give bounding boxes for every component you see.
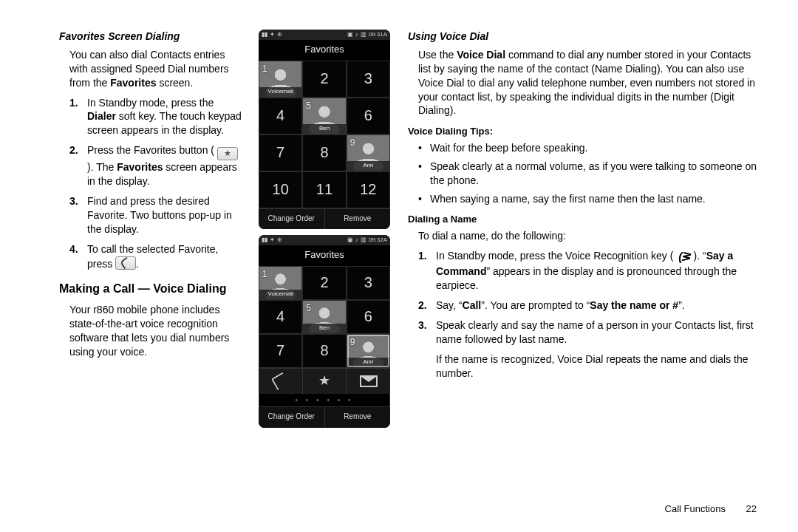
favorite-cell[interactable]: 6 [347, 300, 390, 334]
favorite-cell[interactable]: 2 [302, 266, 346, 300]
dialing-name-intro: To dial a name, do the following: [418, 229, 757, 243]
tip-item: Speak clearly at a normal volume, as if … [408, 160, 757, 188]
favorite-cell[interactable]: 8 [302, 134, 346, 171]
favorite-cell[interactable]: 4 [259, 300, 302, 334]
favorites-grid: 1Voicemail 2 3 4 5Ben 6 7 8 9Ann [259, 266, 390, 368]
step-body: Say, “Call”. You are prompted to “Say th… [436, 299, 757, 313]
favorite-cell[interactable]: 1Voicemail [259, 61, 302, 98]
left-column: Favorites Screen Dialing You can also di… [59, 30, 242, 488]
softkey-bar: Change Order Remove [259, 406, 390, 428]
favorite-cell[interactable]: 6 [347, 98, 390, 134]
step-body: Press the Favorites button ( ★ ). The Fa… [87, 143, 242, 188]
favorite-cell[interactable]: 3 [347, 61, 390, 98]
favorites-intro: You can also dial Contacts entries with … [69, 48, 242, 90]
signal-icon: ▮▮ [262, 31, 267, 39]
dial-name-result: If the name is recognized, Voice Dial re… [436, 352, 757, 381]
favorites-dialing-heading: Favorites Screen Dialing [59, 30, 242, 44]
row-overflow-icon: • • • • • • [259, 394, 390, 407]
step-body: To call the selected Favorite, press . [87, 242, 242, 271]
popup-message-button[interactable] [346, 369, 390, 394]
status-bar: ▮▮✦⊕ ▣♪▥09:31A [259, 30, 390, 40]
mail-icon [360, 375, 378, 387]
using-voice-dial-heading: Using Voice Dial [408, 30, 757, 44]
voice-tips-list: Wait for the beep before speaking. Speak… [408, 141, 757, 206]
battery-icon: ▥ [361, 236, 366, 245]
popup-action-bar: ★ [259, 368, 390, 394]
call-icon [115, 256, 136, 270]
footer-section: Call Functions [665, 503, 726, 514]
favorite-cell[interactable]: 9Ann [347, 134, 390, 171]
voice-tips-heading: Voice Dialing Tips: [408, 125, 757, 138]
softkey-bar: Change Order Remove [259, 208, 390, 230]
step-body: In Standby mode, press the Voice Recogni… [436, 249, 757, 293]
favorite-cell[interactable]: 1Voicemail [259, 266, 302, 300]
battery-icon: ▥ [361, 31, 366, 39]
step-number: 2. [69, 143, 87, 188]
voice-dialing-heading: Making a Call — Voice Dialing [59, 281, 242, 297]
favorites-steps: 1. In Standby mode, press the Dialer sof… [59, 96, 242, 271]
step-body: Find and press the desired Favorite. Two… [87, 194, 242, 236]
step-body: Speak clearly and say the name of a pers… [436, 318, 757, 347]
favorite-cell-selected[interactable]: 9Ann [347, 334, 390, 368]
favorite-cell[interactable]: 10 [259, 171, 302, 208]
dial-name-steps: 1. In Standby mode, press the Voice Reco… [408, 249, 757, 347]
phone-mock-favorites-grid: ▮▮✦⊕ ▣♪▥09:31A Favorites 1Voicemail 2 3 … [259, 30, 390, 229]
favorite-cell[interactable]: 5Ben [302, 300, 346, 334]
star-icon: ★ [217, 147, 238, 160]
step-number: 4. [69, 242, 87, 271]
tip-item: Wait for the beep before speaking. [408, 141, 757, 155]
favorite-cell[interactable]: 7 [259, 134, 302, 171]
screen-title: Favorites [259, 245, 390, 266]
step-number: 3. [418, 318, 436, 347]
status-bar: ▮▮✦⊕ ▣♪▥09:32A [259, 235, 390, 245]
screen-title: Favorites [259, 40, 390, 61]
step-number: 2. [418, 299, 436, 313]
favorites-grid: 1Voicemail 2 3 4 5Ben 6 7 8 9Ann 10 11 1… [259, 61, 390, 208]
step-number: 1. [69, 96, 87, 138]
favorite-cell[interactable]: 4 [259, 98, 302, 134]
favorite-cell[interactable]: 5Ben [302, 98, 346, 134]
page-number: 22 [746, 503, 757, 514]
favorite-cell[interactable]: 11 [302, 171, 346, 208]
status-time: 09:32A [369, 236, 387, 245]
softkey-change-order[interactable]: Change Order [259, 209, 324, 230]
voice-recognition-icon: (ᕒ [678, 249, 688, 265]
step-number: 1. [418, 249, 436, 293]
status-time: 09:31A [369, 31, 387, 39]
voice-dial-description: Use the Voice Dial command to dial any n… [418, 48, 757, 117]
dialing-name-heading: Dialing a Name [408, 213, 757, 226]
right-column: Using Voice Dial Use the Voice Dial comm… [408, 30, 757, 488]
softkey-remove[interactable]: Remove [324, 407, 391, 428]
softkey-remove[interactable]: Remove [324, 209, 391, 230]
page-footer: Call Functions 22 [665, 502, 757, 516]
voice-dialing-intro: Your r860 mobile phone includes state-of… [69, 303, 242, 359]
favorite-cell[interactable]: 3 [347, 266, 390, 300]
popup-call-button[interactable] [259, 369, 302, 394]
phone-mock-favorites-selected: ▮▮✦⊕ ▣♪▥09:32A Favorites 1Voicemail 2 3 … [259, 235, 390, 428]
phone-screenshots-column: ▮▮✦⊕ ▣♪▥09:31A Favorites 1Voicemail 2 3 … [259, 30, 392, 488]
manual-page: Favorites Screen Dialing You can also di… [0, 0, 798, 532]
star-icon: ★ [318, 372, 330, 389]
favorite-cell[interactable]: 2 [302, 61, 346, 98]
softkey-change-order[interactable]: Change Order [259, 407, 324, 428]
step-number: 3. [69, 194, 87, 236]
favorite-cell[interactable]: 12 [347, 171, 390, 208]
favorite-cell[interactable]: 7 [259, 334, 302, 368]
tip-item: When saying a name, say the first name t… [408, 192, 757, 206]
signal-icon: ▮▮ [262, 236, 267, 245]
popup-favorite-button[interactable]: ★ [302, 369, 347, 394]
step-body: In Standby mode, press the Dialer soft k… [87, 96, 242, 138]
favorite-cell[interactable]: 8 [302, 334, 346, 368]
call-icon [271, 372, 290, 390]
